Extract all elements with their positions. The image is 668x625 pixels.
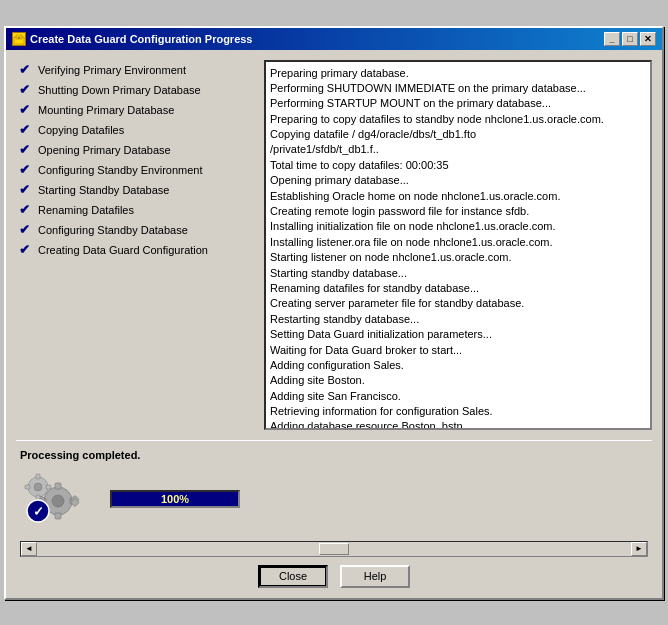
log-line-15: Creating server parameter file for stand… [270, 296, 646, 311]
step-item-9: ✔ Creating Data Guard Configuration [16, 240, 256, 260]
step-item-8: ✔ Configuring Standby Database [16, 220, 256, 240]
log-line-7: Opening primary database... [270, 173, 646, 188]
horizontal-scrollbar[interactable]: ◄ ► [20, 541, 648, 557]
step-check-5: ✔ [16, 162, 32, 178]
minimize-button[interactable]: _ [604, 32, 620, 46]
progress-area: ✓ 100% [20, 469, 648, 529]
step-check-2: ✔ [16, 102, 32, 118]
progress-text: 100% [112, 492, 238, 506]
scroll-track[interactable] [37, 542, 631, 556]
title-bar-left: Create Data Guard Configuration Progress [12, 32, 253, 46]
log-line-6: Total time to copy datafiles: 00:00:35 [270, 158, 646, 173]
step-item-3: ✔ Copying Datafiles [16, 120, 256, 140]
log-line-11: Installing listener.ora file on node nhc… [270, 235, 646, 250]
step-label-6: Starting Standby Database [38, 184, 169, 196]
scroll-left-button[interactable]: ◄ [21, 542, 37, 556]
svg-point-14 [34, 483, 42, 491]
steps-panel: ✔ Verifying Primary Environment ✔ Shutti… [16, 60, 256, 430]
step-item-1: ✔ Shutting Down Primary Database [16, 80, 256, 100]
window-title: Create Data Guard Configuration Progress [30, 33, 253, 45]
log-line-9: Creating remote login password file for … [270, 204, 646, 219]
log-line-4: Copying datafile / dg4/oracle/dbs/t_db1.… [270, 127, 646, 142]
log-line-22: Retrieving information for configuration… [270, 404, 646, 419]
help-button[interactable]: Help [340, 565, 410, 588]
maximize-button[interactable]: □ [622, 32, 638, 46]
log-line-0: Preparing primary database. [270, 66, 646, 81]
step-item-2: ✔ Mounting Primary Database [16, 100, 256, 120]
step-item-4: ✔ Opening Primary Database [16, 140, 256, 160]
svg-rect-17 [46, 485, 51, 489]
log-line-2: Performing STARTUP MOUNT on the primary … [270, 96, 646, 111]
step-label-9: Creating Data Guard Configuration [38, 244, 208, 256]
step-label-8: Configuring Standby Database [38, 224, 188, 236]
log-line-5: /private1/sfdb/t_db1.f.. [270, 142, 646, 157]
close-button[interactable]: Close [258, 565, 328, 588]
step-label-4: Opening Primary Database [38, 144, 171, 156]
step-label-5: Configuring Standby Environment [38, 164, 202, 176]
log-line-8: Establishing Oracle home on node nhclone… [270, 189, 646, 204]
step-item-7: ✔ Renaming Datafiles [16, 200, 256, 220]
log-line-10: Installing initialization file on node n… [270, 219, 646, 234]
status-text: Processing completed. [20, 449, 648, 461]
button-row: Close Help [16, 565, 652, 588]
step-check-0: ✔ [16, 62, 32, 78]
main-window: Create Data Guard Configuration Progress… [4, 26, 664, 600]
log-line-3: Preparing to copy datafiles to standby n… [270, 112, 646, 127]
svg-point-2 [18, 37, 20, 39]
checkmark-icon-2: ✔ [19, 102, 30, 117]
log-line-1: Performing SHUTDOWN IMMEDIATE on the pri… [270, 81, 646, 96]
svg-rect-6 [55, 513, 61, 519]
step-label-2: Mounting Primary Database [38, 104, 174, 116]
log-line-23: Adding database resource Boston_bstn. [270, 419, 646, 429]
step-check-7: ✔ [16, 202, 32, 218]
divider [16, 440, 652, 441]
log-line-13: Starting standby database... [270, 266, 646, 281]
step-check-6: ✔ [16, 182, 32, 198]
checkmark-icon-1: ✔ [19, 82, 30, 97]
gear-svg: ✓ [20, 469, 100, 529]
svg-point-4 [52, 495, 64, 507]
log-line-14: Renaming datafiles for standby database.… [270, 281, 646, 296]
scroll-right-button[interactable]: ► [631, 542, 647, 556]
log-line-18: Waiting for Data Guard broker to start..… [270, 343, 646, 358]
content-area: ✔ Verifying Primary Environment ✔ Shutti… [16, 60, 652, 430]
step-item-5: ✔ Configuring Standby Environment [16, 160, 256, 180]
window-body: ✔ Verifying Primary Environment ✔ Shutti… [6, 50, 662, 598]
step-item-6: ✔ Starting Standby Database [16, 180, 256, 200]
gear-icon: ✓ [20, 469, 100, 529]
progress-container: 100% [110, 490, 648, 508]
window-icon [12, 32, 26, 46]
log-line-20: Adding site Boston. [270, 373, 646, 388]
checkmark-icon-0: ✔ [19, 62, 30, 77]
svg-rect-15 [36, 474, 40, 479]
log-line-19: Adding configuration Sales. [270, 358, 646, 373]
step-check-3: ✔ [16, 122, 32, 138]
log-line-17: Setting Data Guard initialization parame… [270, 327, 646, 342]
step-item-0: ✔ Verifying Primary Environment [16, 60, 256, 80]
log-line-21: Adding site San Francisco. [270, 389, 646, 404]
svg-text:✓: ✓ [33, 504, 44, 519]
checkmark-icon-8: ✔ [19, 222, 30, 237]
step-label-7: Renaming Datafiles [38, 204, 134, 216]
log-panel[interactable]: Preparing primary database.Performing SH… [264, 60, 652, 430]
title-bar-buttons: _ □ ✕ [604, 32, 656, 46]
close-button[interactable]: ✕ [640, 32, 656, 46]
bottom-section: Processing completed. [16, 449, 652, 557]
checkmark-icon-6: ✔ [19, 182, 30, 197]
step-check-1: ✔ [16, 82, 32, 98]
log-line-16: Restarting standby database... [270, 312, 646, 327]
step-check-8: ✔ [16, 222, 32, 238]
svg-rect-18 [25, 485, 30, 489]
title-bar: Create Data Guard Configuration Progress… [6, 28, 662, 50]
step-check-9: ✔ [16, 242, 32, 258]
step-label-0: Verifying Primary Environment [38, 64, 186, 76]
checkmark-icon-7: ✔ [19, 202, 30, 217]
svg-rect-5 [55, 483, 61, 489]
step-check-4: ✔ [16, 142, 32, 158]
log-line-12: Starting listener on node nhclone1.us.or… [270, 250, 646, 265]
scroll-thumb[interactable] [319, 543, 349, 555]
checkmark-icon-9: ✔ [19, 242, 30, 257]
progress-bar-wrapper: 100% [110, 490, 240, 508]
step-label-1: Shutting Down Primary Database [38, 84, 201, 96]
step-label-3: Copying Datafiles [38, 124, 124, 136]
